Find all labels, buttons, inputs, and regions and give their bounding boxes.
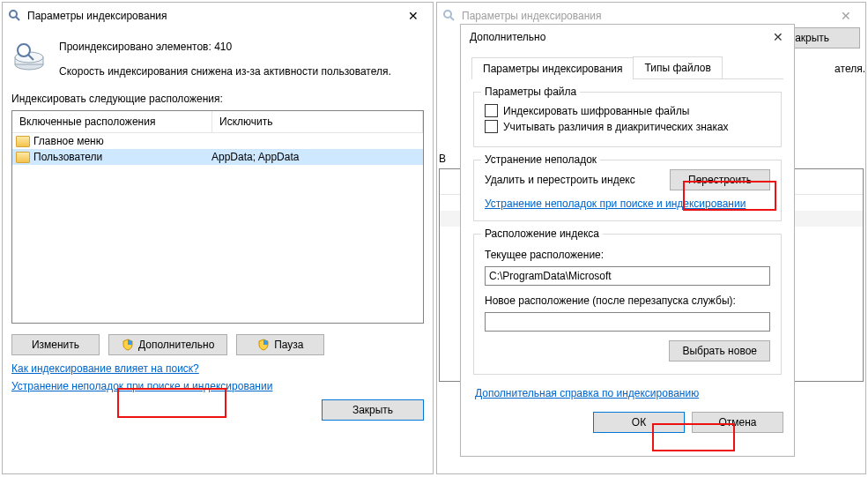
help-link[interactable]: Дополнительная справка по индексированию: [475, 387, 699, 399]
group-title-location: Расположение индекса: [481, 227, 603, 240]
checkbox-label: Индексировать шифрованные файлы: [503, 105, 689, 117]
checkbox-box: [485, 104, 498, 117]
tab-indexing-settings[interactable]: Параметры индексирования: [471, 57, 634, 79]
svg-point-0: [10, 11, 17, 18]
list-row[interactable]: Главное меню: [12, 133, 423, 149]
group-troubleshoot: Устранение неполадок Удалить и перестрои…: [473, 160, 782, 221]
cancel-button[interactable]: Отмена: [692, 412, 783, 433]
shield-icon: [257, 339, 270, 351]
group-title-file: Параметры файла: [481, 86, 580, 98]
rebuild-button[interactable]: Перестроить: [670, 169, 770, 190]
choose-new-button[interactable]: Выбрать новое: [669, 340, 770, 361]
window-title: Параметры индексирования: [27, 10, 167, 22]
troubleshoot-link[interactable]: Устранение неполадок при поиске и индекс…: [485, 198, 746, 210]
search-drive-icon: [8, 9, 22, 23]
dialog-tabs: Параметры индексирования Типы файлов: [471, 56, 783, 79]
shield-icon: [122, 339, 134, 351]
indexed-count: Проиндексировано элементов: 410: [59, 41, 391, 53]
troubleshoot-link[interactable]: Устранение неполадок при поиске и индекс…: [11, 380, 272, 392]
ok-button[interactable]: ОК: [593, 412, 685, 433]
checkbox-index-encrypted[interactable]: Индексировать шифрованные файлы: [485, 104, 770, 117]
col-excluded[interactable]: Исключить: [212, 111, 423, 132]
row-name: Пользователи: [33, 151, 102, 163]
group-title-troubleshoot: Устранение неполадок: [481, 153, 600, 166]
pause-button[interactable]: Пауза: [236, 334, 324, 355]
svg-point-5: [18, 44, 30, 56]
close-button[interactable]: ✕: [393, 3, 433, 29]
locations-label: Индексировать следующие расположения:: [11, 93, 424, 105]
how-affects-link[interactable]: Как индексирование влияет на поиск?: [11, 362, 199, 375]
advanced-options-dialog: Дополнительно ✕ Параметры индексирования…: [460, 24, 795, 457]
checkbox-box: [485, 120, 498, 133]
close-dialog-button[interactable]: Закрыть: [322, 399, 424, 421]
col-included[interactable]: Включенные расположения: [12, 111, 212, 132]
tab-file-types[interactable]: Типы файлов: [633, 56, 722, 78]
search-drive-icon: [442, 9, 456, 23]
dialog-title: Дополнительно: [470, 31, 545, 43]
stage: { "win1": { "title": "Параметры индексир…: [0, 0, 868, 477]
locations-list[interactable]: Включенные расположения Исключить Главно…: [11, 110, 424, 324]
checkbox-label: Учитывать различия в диакритических знак…: [503, 121, 729, 133]
titlebar: Параметры индексирования ✕: [3, 3, 433, 29]
group-index-location: Расположение индекса Текущее расположени…: [473, 234, 782, 375]
svg-line-8: [450, 17, 454, 20]
clipped-text: В: [439, 153, 446, 165]
folder-icon: [16, 152, 30, 163]
indexing-speed-note: Скорость индексирования снижена из-за ак…: [59, 65, 391, 78]
row-name: Главное меню: [33, 135, 104, 147]
row-exclude: AppData; AppData: [208, 151, 423, 163]
folder-icon: [16, 136, 30, 147]
drive-search-icon: [11, 38, 47, 73]
rebuild-label: Удалить и перестроить индекс: [485, 174, 635, 186]
indexing-options-window: Параметры индексирования ✕ Проиндексиров…: [2, 2, 434, 474]
clipped-text: ателя.: [835, 63, 865, 75]
current-location-field: C:\ProgramData\Microsoft: [485, 266, 770, 286]
window-body: Проиндексировано элементов: 410 Скорость…: [3, 29, 433, 429]
new-location-label: Новое расположение (после перезапуска сл…: [485, 294, 770, 307]
svg-line-1: [16, 17, 19, 20]
dialog-titlebar: Дополнительно ✕: [461, 25, 794, 49]
checkbox-diacritics[interactable]: Учитывать различия в диакритических знак…: [485, 120, 770, 133]
close-button-inactive[interactable]: ✕: [826, 3, 865, 29]
dialog-close-button[interactable]: ✕: [762, 25, 794, 49]
svg-point-7: [444, 11, 451, 18]
advanced-button[interactable]: Дополнительно: [108, 334, 227, 355]
window-title-inactive: Параметры индексирования: [462, 10, 601, 22]
modify-button[interactable]: Изменить: [11, 334, 100, 355]
new-location-field[interactable]: [485, 312, 770, 332]
current-location-label: Текущее расположение:: [485, 249, 770, 261]
group-file-settings: Параметры файла Индексировать шифрованны…: [473, 92, 782, 147]
list-header: Включенные расположения Исключить: [12, 111, 423, 133]
list-row[interactable]: Пользователи AppData; AppData: [12, 149, 423, 165]
